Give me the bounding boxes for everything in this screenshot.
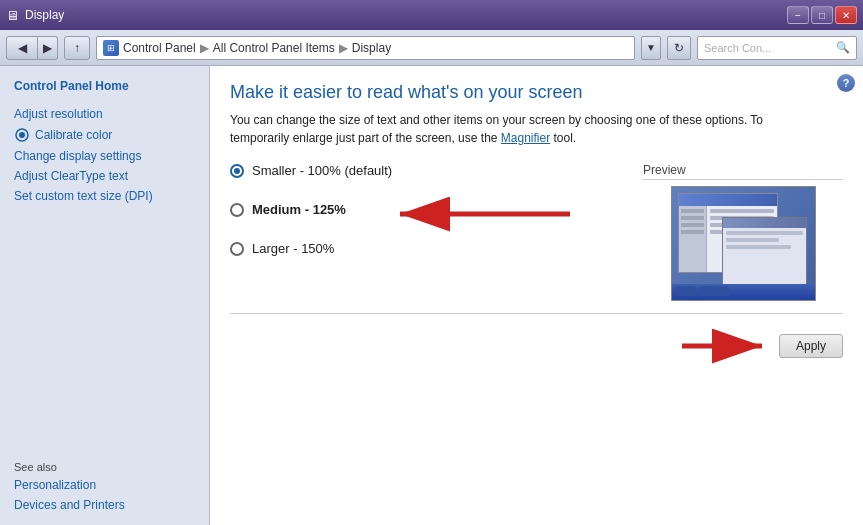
title-bar: 🖥 Display − □ ✕	[0, 0, 863, 30]
option-medium-label: Medium - 125%	[252, 202, 346, 217]
apply-button[interactable]: Apply	[779, 334, 843, 358]
apply-row: Apply	[230, 326, 843, 366]
breadcrumb-bar[interactable]: ⊞ Control Panel ▶ All Control Panel Item…	[96, 36, 635, 60]
calibrate-icon	[14, 127, 30, 143]
breadcrumb-all-items[interactable]: All Control Panel Items	[213, 41, 335, 55]
see-also-label: See also	[0, 453, 209, 475]
preview-label: Preview	[643, 163, 843, 180]
options-preview-area: Smaller - 100% (default) Medium - 125%	[230, 163, 843, 301]
breadcrumb-sep-2: ▶	[339, 41, 348, 55]
radio-smaller[interactable]	[230, 164, 244, 178]
preview-window-1-title	[679, 194, 777, 206]
window-title: Display	[25, 8, 64, 22]
preview-window-2	[722, 217, 807, 287]
minimize-button[interactable]: −	[787, 6, 809, 24]
option-larger-label: Larger - 150%	[252, 241, 334, 256]
sidebar-item-change-display[interactable]: Change display settings	[0, 146, 209, 166]
svg-point-1	[19, 132, 25, 138]
content-area: ? Make it easier to read what's on your …	[210, 66, 863, 525]
preview-window-2-title	[723, 218, 806, 228]
up-button[interactable]: ↑	[64, 36, 90, 60]
maximize-button[interactable]: □	[811, 6, 833, 24]
options-column: Smaller - 100% (default) Medium - 125%	[230, 163, 623, 280]
radio-larger[interactable]	[230, 242, 244, 256]
preview-sidebar	[679, 206, 707, 272]
close-button[interactable]: ✕	[835, 6, 857, 24]
control-panel-icon: ⊞	[103, 40, 119, 56]
content-title: Make it easier to read what's on your sc…	[230, 82, 843, 103]
title-bar-controls: − □ ✕	[787, 6, 857, 24]
sidebar-home-link[interactable]: Control Panel Home	[0, 76, 209, 96]
sidebar-devices-printers-link[interactable]: Devices and Printers	[0, 495, 209, 515]
sidebar-item-cleartype[interactable]: Adjust ClearType text	[0, 166, 209, 186]
search-box[interactable]: Search Con... 🔍	[697, 36, 857, 60]
title-bar-left: 🖥 Display	[6, 8, 64, 23]
breadcrumb-sep-1: ▶	[200, 41, 209, 55]
app-icon: 🖥	[6, 8, 19, 23]
breadcrumb-control-panel[interactable]: Control Panel	[123, 41, 196, 55]
content-divider	[230, 313, 843, 314]
preview-taskbar	[672, 284, 815, 300]
sidebar: Control Panel Home Adjust resolution Cal…	[0, 66, 210, 525]
back-button[interactable]: ◀	[6, 36, 38, 60]
sidebar-personalization-link[interactable]: Personalization	[0, 475, 209, 495]
sidebar-item-custom-dpi[interactable]: Set custom text size (DPI)	[0, 186, 209, 206]
nav-button-group: ◀ ▶	[6, 36, 58, 60]
option-smaller-label: Smaller - 100% (default)	[252, 163, 392, 178]
radio-medium[interactable]	[230, 203, 244, 217]
apply-arrow	[677, 326, 777, 366]
option-smaller[interactable]: Smaller - 100% (default)	[230, 163, 623, 178]
breadcrumb-dropdown[interactable]: ▼	[641, 36, 661, 60]
preview-line-1	[710, 209, 774, 213]
preview-image	[671, 186, 816, 301]
forward-button[interactable]: ▶	[38, 36, 58, 60]
preview-column: Preview	[643, 163, 843, 301]
magnifier-link[interactable]: Magnifier	[501, 131, 550, 145]
window-body: Control Panel Home Adjust resolution Cal…	[0, 66, 863, 525]
breadcrumb-current: Display	[352, 41, 391, 55]
address-bar: ◀ ▶ ↑ ⊞ Control Panel ▶ All Control Pane…	[0, 30, 863, 66]
search-icon: 🔍	[836, 41, 850, 54]
sidebar-item-calibrate-color[interactable]: Calibrate color	[0, 124, 209, 146]
sidebar-item-adjust-resolution[interactable]: Adjust resolution	[0, 104, 209, 124]
help-button[interactable]: ?	[837, 74, 855, 92]
medium-option-wrapper: Medium - 125%	[230, 202, 623, 217]
refresh-button[interactable]: ↻	[667, 36, 691, 60]
content-description: You can change the size of text and othe…	[230, 111, 790, 147]
medium-arrow	[380, 184, 580, 244]
search-placeholder: Search Con...	[704, 42, 771, 54]
